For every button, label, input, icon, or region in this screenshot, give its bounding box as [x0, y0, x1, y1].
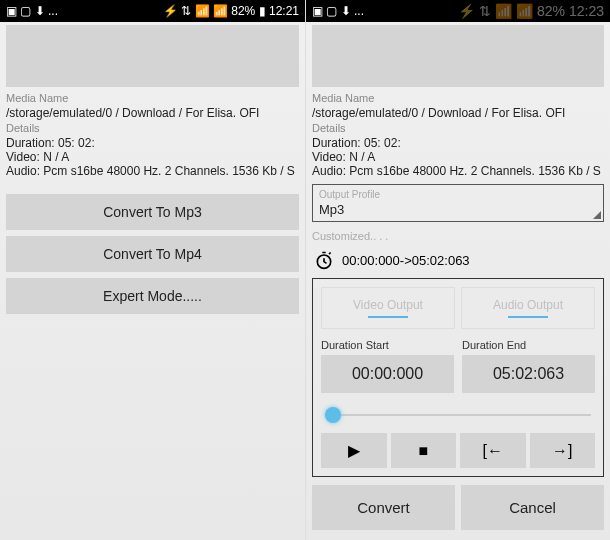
media-preview	[312, 25, 604, 87]
convert-mp4-button[interactable]: Convert To Mp4	[6, 236, 299, 272]
status-bar-right: ▣ ▢ ⬇ ... ⚡ ⇅ 📶 📶 82% 12:23	[306, 0, 610, 22]
status-icons-left: ▣ ▢ ⬇ ...	[6, 4, 58, 18]
mark-in-button[interactable]: [←	[460, 433, 526, 468]
left-pane: ▣ ▢ ⬇ ... ⚡ ⇅ 📶 📶 82% ▮ 12:21 Media Name…	[0, 0, 305, 540]
cancel-button[interactable]: Cancel	[461, 485, 604, 530]
video-text: Video: N / A	[306, 150, 610, 164]
output-settings-box: Video Output Audio Output Duration Start…	[312, 278, 604, 477]
audio-text: Audio: Pcm s16be 48000 Hz. 2 Channels. 1…	[306, 164, 610, 178]
play-button[interactable]: ▶	[321, 433, 387, 468]
time-range-text: 00:00:000->05:02:063	[342, 253, 470, 268]
media-name-label: Media Name	[0, 90, 305, 106]
expert-mode-button[interactable]: Expert Mode.....	[6, 278, 299, 314]
duration-text: Duration: 05: 02:	[0, 136, 305, 150]
video-text: Video: N / A	[0, 150, 305, 164]
output-profile-label: Output Profile	[319, 189, 597, 200]
status-icons-left: ▣ ▢ ⬇ ...	[312, 4, 364, 18]
tab-video-label: Video Output	[353, 298, 423, 312]
duration-start-input[interactable]: 00:00:000	[321, 355, 454, 393]
resize-handle-icon	[593, 211, 601, 219]
media-path: /storage/emulated/0 / Download / For Eli…	[0, 106, 305, 120]
seek-slider[interactable]	[325, 407, 591, 423]
duration-text: Duration: 05: 02:	[306, 136, 610, 150]
mark-out-button[interactable]: →]	[530, 433, 596, 468]
duration-end-label: Duration End	[462, 339, 595, 355]
convert-button[interactable]: Convert	[312, 485, 455, 530]
status-bar-left: ▣ ▢ ⬇ ... ⚡ ⇅ 📶 📶 82% ▮ 12:21	[0, 0, 305, 22]
customized-label: Customized.. . .	[306, 226, 610, 246]
tab-audio-output[interactable]: Audio Output	[461, 287, 595, 329]
time-range-row: 00:00:000->05:02:063	[306, 246, 610, 274]
details-label: Details	[306, 120, 610, 136]
status-icons-right: ⚡ ⇅ 📶 📶 82% 12:23	[458, 3, 604, 19]
media-preview	[6, 25, 299, 87]
audio-text: Audio: Pcm s16be 48000 Hz. 2 Channels. 1…	[0, 164, 305, 178]
slider-thumb-icon[interactable]	[325, 407, 341, 423]
right-pane: ▣ ▢ ⬇ ... ⚡ ⇅ 📶 📶 82% 12:23 Media Name /…	[305, 0, 610, 540]
output-profile-value: Mp3	[319, 200, 597, 217]
details-label: Details	[0, 120, 305, 136]
status-icons-right: ⚡ ⇅ 📶 📶 82% ▮ 12:21	[163, 4, 299, 18]
media-path: /storage/emulated/0 / Download / For Eli…	[306, 106, 610, 120]
duration-start-label: Duration Start	[321, 339, 454, 355]
media-name-label: Media Name	[306, 90, 610, 106]
duration-end-input[interactable]: 05:02:063	[462, 355, 595, 393]
timer-icon	[314, 250, 334, 270]
stop-button[interactable]: ■	[391, 433, 457, 468]
output-profile-select[interactable]: Output Profile Mp3	[312, 184, 604, 222]
tab-audio-label: Audio Output	[493, 298, 563, 312]
tab-video-output[interactable]: Video Output	[321, 287, 455, 329]
convert-mp3-button[interactable]: Convert To Mp3	[6, 194, 299, 230]
